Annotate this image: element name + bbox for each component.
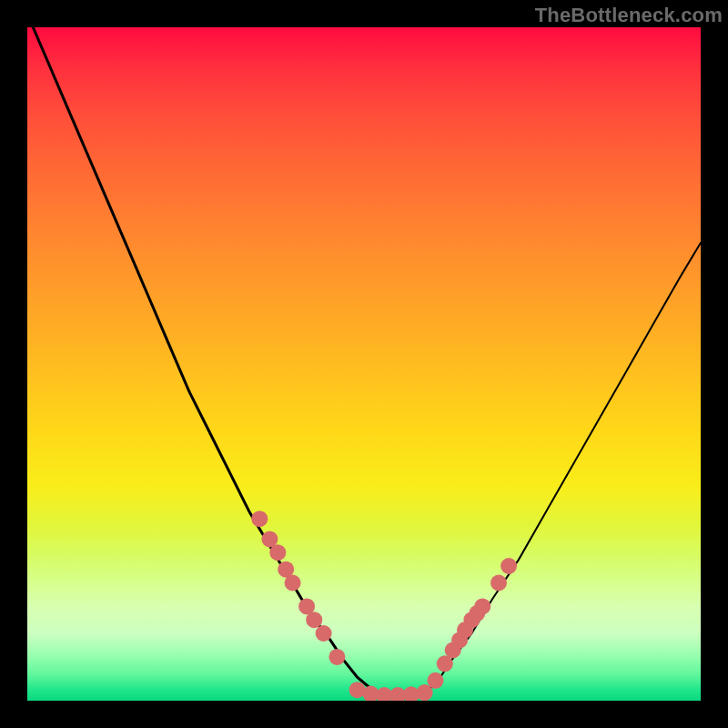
curve-path [27,27,701,696]
curve-path-left [27,27,378,694]
data-point [269,544,286,561]
data-point [316,625,332,642]
chart-svg [27,27,701,701]
data-point [474,598,490,614]
data-point [251,511,268,527]
data-point [490,575,507,592]
data-point [427,672,443,689]
plot-area [27,27,701,701]
chart-container: TheBottleneck.com [0,0,728,728]
data-point [329,649,345,665]
curve-layer [27,27,701,696]
watermark-text: TheBottleneck.com [535,4,723,27]
marker-layer [251,511,517,701]
data-point [306,612,322,628]
data-point [500,558,517,574]
data-point [285,575,301,592]
